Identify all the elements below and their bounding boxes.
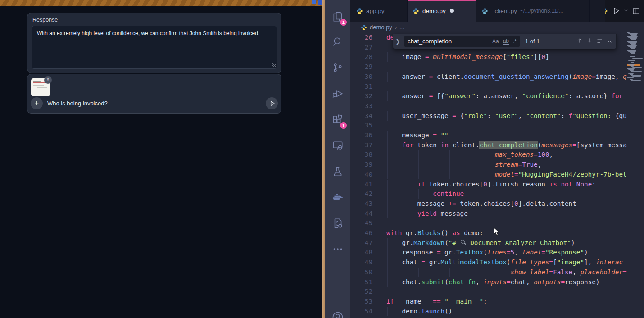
remove-attachment-button[interactable]: ×: [44, 76, 52, 84]
modified-dot-icon[interactable]: [450, 9, 454, 13]
python-file-icon: [413, 8, 419, 14]
find-query[interactable]: chat_completion: [408, 38, 488, 45]
tab-description: ~/.../python3.11/...: [520, 8, 563, 14]
find-results-count: 1 of 1: [525, 38, 573, 45]
tab-client-py[interactable]: _client.py ~/.../python3.11/...: [477, 0, 590, 22]
toggle-replace-chevron-icon[interactable]: ❯: [395, 38, 401, 45]
send-icon: [268, 100, 276, 107]
resize-handle-icon[interactable]: [272, 63, 276, 67]
activity-bar: 1 1: [325, 0, 350, 318]
gradio-window: Response With an extremely high level of…: [0, 0, 322, 318]
breadcrumb[interactable]: demo.py › ...: [350, 22, 627, 33]
tab-label: app.py: [366, 8, 385, 14]
breadcrumb-more[interactable]: ...: [399, 24, 404, 31]
screenshot-root: Response With an extremely high level of…: [0, 0, 644, 318]
tab-label: demo.py: [422, 8, 446, 14]
whole-word-toggle[interactable]: ab: [503, 38, 509, 45]
docker-icon[interactable]: [325, 191, 350, 204]
window-divider: [322, 0, 325, 318]
previous-match-button[interactable]: [576, 37, 583, 45]
remote-explorer-icon[interactable]: [325, 139, 350, 153]
next-match-button[interactable]: [586, 37, 593, 45]
wallpaper-accent: [318, 0, 322, 5]
python-file-icon: [481, 8, 488, 14]
tab-app-py[interactable]: app.py: [352, 0, 408, 22]
python-file-icon: [361, 24, 367, 31]
find-widget: ❯ chat_completion Aa ab .* 1 of 1: [393, 34, 617, 49]
find-input[interactable]: chat_completion Aa ab .*: [404, 36, 520, 47]
find-in-selection-button[interactable]: [596, 37, 603, 45]
search-icon[interactable]: [325, 35, 350, 49]
editor-group: app.py demo.py _client.py ~/.../python3.…: [350, 0, 644, 318]
breadcrumb-file[interactable]: demo.py: [370, 24, 392, 31]
extensions-badge: 1: [340, 122, 347, 129]
explorer-badge: 1: [340, 19, 347, 26]
editor-actions: [605, 0, 644, 22]
regex-toggle[interactable]: .*: [513, 38, 517, 45]
match-case-toggle[interactable]: Aa: [492, 38, 499, 45]
response-textarea[interactable]: With an extremely high level of confiden…: [32, 26, 277, 69]
vscode-window: 1 1: [325, 0, 644, 318]
source-control-icon[interactable]: [325, 61, 350, 74]
add-file-button[interactable]: +: [31, 97, 43, 109]
response-block: Response With an extremely high level of…: [27, 13, 281, 73]
tab-demo-py[interactable]: demo.py: [408, 0, 476, 22]
more-actions-icon[interactable]: [325, 242, 350, 256]
account-icon[interactable]: [325, 310, 350, 318]
python-file-icon: [356, 8, 363, 14]
run-file-button[interactable]: [612, 7, 620, 15]
submit-button[interactable]: [266, 97, 278, 109]
minimap[interactable]: [627, 32, 640, 167]
wallpaper-strip: [0, 0, 322, 6]
breadcrumb-separator: ›: [395, 24, 397, 31]
testing-beaker-icon[interactable]: [325, 165, 350, 178]
response-label: Response: [32, 17, 58, 23]
python-file-icon: [605, 8, 608, 14]
extensions-icon[interactable]: 1: [325, 113, 350, 127]
code-lines[interactable]: 26de2728 image = multimodal_message["fil…: [350, 33, 627, 318]
cmake-tools-icon[interactable]: [325, 217, 350, 230]
explorer-icon[interactable]: 1: [325, 10, 350, 23]
run-dropdown-chevron-icon[interactable]: [624, 9, 628, 13]
multimodal-input-block: × + Who is being invoiced?: [27, 74, 281, 114]
wallpaper-accent: [312, 0, 316, 4]
chat-message-input[interactable]: Who is being invoiced?: [47, 100, 108, 107]
tab-bar: app.py demo.py _client.py ~/.../python3.…: [350, 0, 644, 22]
close-find-button[interactable]: [607, 38, 612, 45]
split-editor-button[interactable]: [632, 7, 640, 15]
tab-label: _client.py: [491, 8, 517, 14]
run-debug-icon[interactable]: [325, 87, 350, 100]
